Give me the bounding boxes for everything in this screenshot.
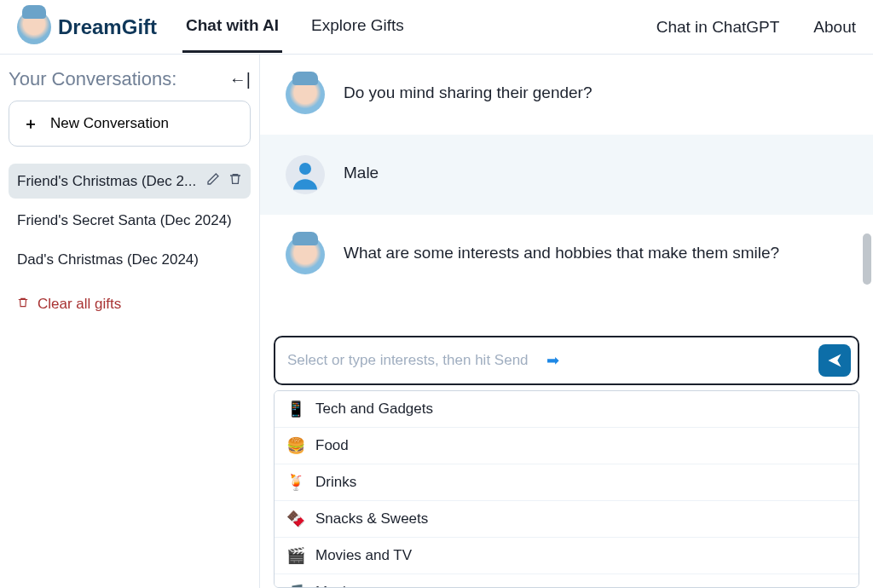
dropdown-option[interactable]: 🍔 Food bbox=[275, 428, 859, 464]
dropdown-option[interactable]: 🍫 Snacks & Sweets bbox=[275, 501, 859, 538]
trash-icon[interactable] bbox=[228, 172, 242, 190]
option-label: Drinks bbox=[315, 474, 356, 491]
logo-icon bbox=[17, 10, 51, 44]
link-chat-in-chatgpt[interactable]: Chat in ChatGPT bbox=[656, 18, 780, 37]
message-row: Do you mind sharing their gender? bbox=[260, 55, 873, 135]
interests-dropdown[interactable]: 📱 Tech and Gadgets 🍔 Food 🍹 Drinks 🍫 Sna… bbox=[274, 390, 859, 588]
arrow-right-icon: ➡ bbox=[546, 351, 559, 370]
dropdown-option[interactable]: 📱 Tech and Gadgets bbox=[275, 391, 859, 428]
option-emoji-icon: 🎬 bbox=[286, 546, 305, 565]
message-row: What are some interests and hobbies that… bbox=[260, 215, 873, 295]
collapse-sidebar-icon[interactable]: ←| bbox=[229, 70, 251, 89]
message-text: Male bbox=[344, 155, 379, 182]
sidebar-title: Your Conversations: bbox=[9, 68, 176, 90]
new-conversation-label: New Conversation bbox=[50, 115, 169, 132]
message-text: What are some interests and hobbies that… bbox=[344, 235, 779, 262]
option-emoji-icon: 📱 bbox=[286, 400, 305, 418]
option-emoji-icon: 🍹 bbox=[286, 473, 305, 492]
conversation-item[interactable]: Friend's Christmas (Dec 2... bbox=[9, 164, 251, 199]
clear-gifts-label: Clear all gifts bbox=[38, 296, 121, 313]
sidebar-header: Your Conversations: ←| bbox=[9, 65, 251, 101]
svg-point-0 bbox=[299, 163, 311, 175]
conversation-label: Friend's Secret Santa (Dec 2024) bbox=[17, 212, 242, 229]
app-header: DreamGift Chat with AI Explore Gifts Cha… bbox=[0, 0, 873, 55]
dropdown-option[interactable]: 🎵 Music bbox=[275, 574, 859, 588]
conversation-list: Friend's Christmas (Dec 2... Friend's Se… bbox=[9, 164, 251, 277]
message-text: Do you mind sharing their gender? bbox=[344, 75, 593, 102]
new-conversation-button[interactable]: ＋ New Conversation bbox=[9, 101, 251, 147]
chat-input[interactable] bbox=[287, 352, 543, 369]
dropdown-option[interactable]: 🍹 Drinks bbox=[275, 464, 859, 501]
conversation-item[interactable]: Friend's Secret Santa (Dec 2024) bbox=[9, 204, 251, 238]
trash-icon bbox=[17, 296, 29, 313]
ai-avatar-icon bbox=[286, 75, 325, 114]
sidebar: Your Conversations: ←| ＋ New Conversatio… bbox=[0, 55, 260, 588]
option-label: Tech and Gadgets bbox=[315, 401, 433, 418]
conversation-label: Friend's Christmas (Dec 2... bbox=[17, 173, 199, 190]
tab-chat-with-ai[interactable]: Chat with AI bbox=[182, 1, 282, 53]
option-label: Movies and TV bbox=[315, 547, 412, 564]
conversation-label: Dad's Christmas (Dec 2024) bbox=[17, 251, 242, 268]
dropdown-option[interactable]: 🎬 Movies and TV bbox=[275, 538, 859, 574]
chat-input-container: ➡ bbox=[274, 336, 859, 385]
nav-tabs: Chat with AI Explore Gifts bbox=[182, 1, 408, 53]
chat-area: Do you mind sharing their gender? Male W… bbox=[260, 55, 873, 588]
plus-icon: ＋ bbox=[23, 113, 38, 134]
option-emoji-icon: 🍫 bbox=[286, 510, 305, 528]
logo-text: DreamGift bbox=[58, 15, 157, 39]
clear-all-gifts-button[interactable]: Clear all gifts bbox=[9, 285, 251, 323]
option-label: Snacks & Sweets bbox=[315, 510, 428, 527]
message-row: Male bbox=[260, 135, 873, 215]
ai-avatar-icon bbox=[286, 235, 325, 274]
message-list: Do you mind sharing their gender? Male W… bbox=[260, 55, 873, 326]
header-right: Chat in ChatGPT About bbox=[656, 18, 856, 37]
conversation-item[interactable]: Dad's Christmas (Dec 2024) bbox=[9, 243, 251, 277]
option-emoji-icon: 🍔 bbox=[286, 436, 305, 455]
link-about[interactable]: About bbox=[813, 18, 856, 37]
option-label: Food bbox=[315, 437, 349, 454]
option-label: Music bbox=[315, 584, 353, 588]
main-area: Your Conversations: ←| ＋ New Conversatio… bbox=[0, 55, 873, 588]
logo[interactable]: DreamGift bbox=[17, 10, 157, 44]
user-avatar-icon bbox=[286, 155, 325, 194]
tab-explore-gifts[interactable]: Explore Gifts bbox=[308, 1, 408, 53]
pencil-icon[interactable] bbox=[206, 172, 220, 190]
send-button[interactable] bbox=[818, 344, 851, 377]
option-emoji-icon: 🎵 bbox=[286, 583, 305, 588]
